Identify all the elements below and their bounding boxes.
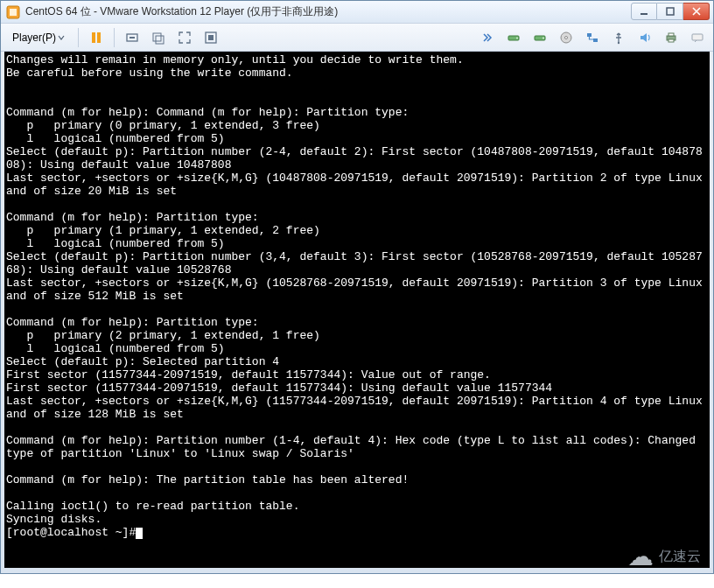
maximize-button[interactable]	[657, 3, 683, 20]
svg-rect-23	[668, 39, 674, 42]
window-frame: CentOS 64 位 - VMware Workstation 12 Play…	[0, 0, 714, 574]
svg-point-17	[565, 36, 568, 38]
svg-rect-19	[593, 38, 598, 42]
svg-rect-2	[640, 13, 648, 15]
player-menu[interactable]: Player(P)	[6, 28, 71, 47]
svg-point-20	[618, 41, 620, 43]
toolbar-separator	[78, 28, 79, 47]
window-title: CentOS 64 位 - VMware Workstation 12 Play…	[25, 4, 338, 19]
snapshot-button[interactable]	[148, 27, 169, 48]
svg-point-15	[542, 37, 544, 38]
svg-rect-9	[156, 36, 164, 44]
vmware-app-icon	[6, 5, 20, 19]
player-menu-label: Player(P)	[12, 32, 56, 44]
fullscreen-button[interactable]	[174, 27, 195, 48]
message-icon[interactable]	[687, 27, 708, 48]
pause-button[interactable]	[86, 27, 107, 48]
svg-rect-11	[208, 35, 214, 40]
watermark: ☁ 亿速云	[627, 550, 701, 563]
terminal-text: Changes will remain in memory only, unti…	[6, 53, 710, 539]
hard-disk-2-icon[interactable]	[529, 27, 550, 48]
printer-icon[interactable]	[661, 27, 682, 48]
window-controls	[631, 3, 710, 20]
svg-rect-3	[667, 8, 674, 15]
close-button[interactable]	[683, 3, 710, 20]
minimize-button[interactable]	[631, 3, 657, 20]
svg-rect-4	[92, 32, 95, 43]
toolbar: Player(P)	[1, 24, 713, 52]
network-adapter-icon[interactable]	[582, 27, 603, 48]
toolbar-separator	[114, 28, 115, 47]
hard-disk-icon[interactable]	[503, 27, 524, 48]
svg-rect-8	[153, 33, 161, 41]
sound-icon[interactable]	[634, 27, 655, 48]
send-ctrl-alt-del-button[interactable]	[122, 27, 143, 48]
terminal-cursor	[136, 528, 143, 539]
svg-rect-22	[668, 33, 674, 36]
terminal-output[interactable]: Changes will remain in memory only, unti…	[4, 52, 710, 568]
watermark-text: 亿速云	[659, 550, 701, 563]
cd-dvd-icon[interactable]	[556, 27, 577, 48]
chevron-down-icon	[58, 34, 65, 41]
svg-rect-5	[97, 32, 101, 43]
svg-rect-24	[692, 34, 703, 40]
usb-icon[interactable]	[608, 27, 629, 48]
expand-toolbar-button[interactable]	[477, 27, 498, 48]
svg-point-13	[516, 37, 518, 38]
svg-rect-1	[10, 9, 17, 16]
svg-rect-7	[130, 37, 135, 38]
titlebar: CentOS 64 位 - VMware Workstation 12 Play…	[1, 1, 713, 24]
svg-rect-18	[587, 33, 592, 37]
unity-button[interactable]	[200, 27, 221, 48]
